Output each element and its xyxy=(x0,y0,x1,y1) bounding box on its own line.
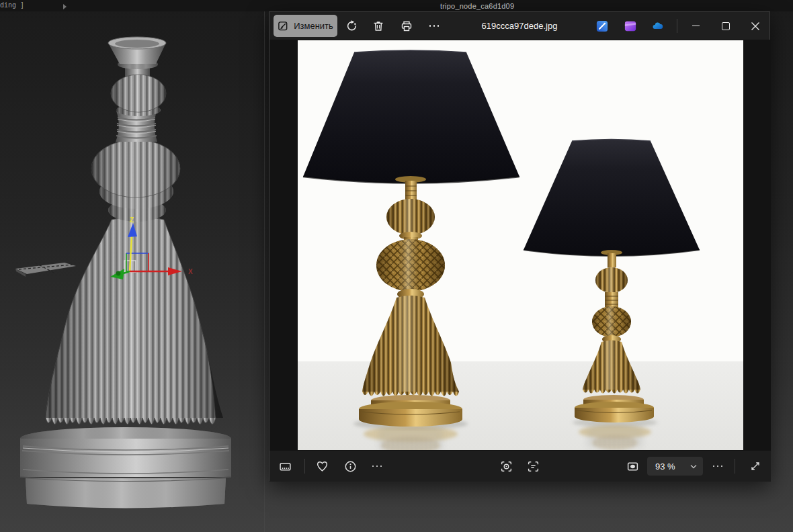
model-bell-body[interactable] xyxy=(46,217,223,425)
close-icon xyxy=(751,21,760,31)
statusbar-more-right-button[interactable] xyxy=(706,455,729,478)
designer-button[interactable] xyxy=(592,16,612,36)
delete-button[interactable] xyxy=(367,15,390,36)
print-button[interactable] xyxy=(395,15,418,36)
model-ribbed-ball[interactable] xyxy=(111,62,166,116)
plane-helper-object[interactable] xyxy=(15,263,76,277)
clipchamp-button[interactable] xyxy=(620,16,640,36)
info-button[interactable] xyxy=(339,455,362,478)
titlebar-separator xyxy=(677,19,677,33)
info-icon xyxy=(344,460,357,473)
model-gourd-section[interactable] xyxy=(91,140,180,222)
statusbar-separator-left xyxy=(304,459,305,474)
more-icon xyxy=(429,25,440,27)
photos-titlebar: Изменить xyxy=(269,12,769,40)
maximize-button[interactable] xyxy=(711,12,741,40)
max-viewport-3d-model[interactable]: Z X xyxy=(0,0,269,532)
zoom-fit-button[interactable] xyxy=(621,455,644,478)
model-base-plinth[interactable] xyxy=(20,427,231,508)
edit-button-label: Изменить xyxy=(294,21,333,31)
photo-canvas-area[interactable] xyxy=(269,40,771,451)
visual-search-button[interactable] xyxy=(495,455,517,478)
onedrive-button[interactable] xyxy=(647,16,667,36)
fullscreen-icon xyxy=(749,460,761,472)
onedrive-icon xyxy=(651,19,663,34)
zoom-fit-icon xyxy=(626,460,639,473)
photos-statusbar: 93 % xyxy=(269,451,771,482)
favorite-button[interactable] xyxy=(310,455,333,478)
designer-icon xyxy=(596,19,608,33)
minimize-icon xyxy=(692,26,700,27)
gizmo-x-label: X xyxy=(188,268,193,275)
desktop: tripo_node_ca6d1d09 ding ] xyxy=(0,0,793,532)
text-actions-button[interactable] xyxy=(521,455,544,478)
favorite-icon xyxy=(316,460,329,473)
chevron-down-icon xyxy=(690,464,697,469)
visual-search-icon xyxy=(500,460,513,473)
filmstrip-toggle-button[interactable] xyxy=(274,455,296,478)
maximize-icon xyxy=(722,22,730,30)
more-icon xyxy=(372,466,382,468)
statusbar-more-left-button[interactable] xyxy=(366,455,388,478)
delete-icon xyxy=(372,20,384,32)
model-top-cup[interactable] xyxy=(108,37,166,69)
edit-button[interactable]: Изменить xyxy=(274,15,337,37)
filmstrip-icon xyxy=(279,460,292,473)
gizmo-z-label: Z xyxy=(130,216,134,224)
zoom-level-value: 93 % xyxy=(655,461,675,472)
clipchamp-icon xyxy=(624,19,636,33)
photo-image[interactable] xyxy=(298,40,743,450)
rotate-button[interactable] xyxy=(340,15,363,36)
more-icon xyxy=(713,466,723,468)
minimize-button[interactable] xyxy=(681,12,710,40)
fullscreen-button[interactable] xyxy=(744,455,767,478)
rotate-icon xyxy=(345,19,358,32)
photos-window: Изменить xyxy=(269,11,770,481)
edit-icon xyxy=(278,20,289,32)
titlebar-more-button[interactable] xyxy=(423,15,446,36)
close-button[interactable] xyxy=(741,12,770,40)
print-icon xyxy=(401,20,413,32)
max-window-title: tripo_node_ca6d1d09 xyxy=(440,2,514,10)
statusbar-separator-right xyxy=(735,459,735,474)
zoom-level-dropdown[interactable]: 93 % xyxy=(647,457,703,476)
text-actions-icon xyxy=(527,460,540,473)
